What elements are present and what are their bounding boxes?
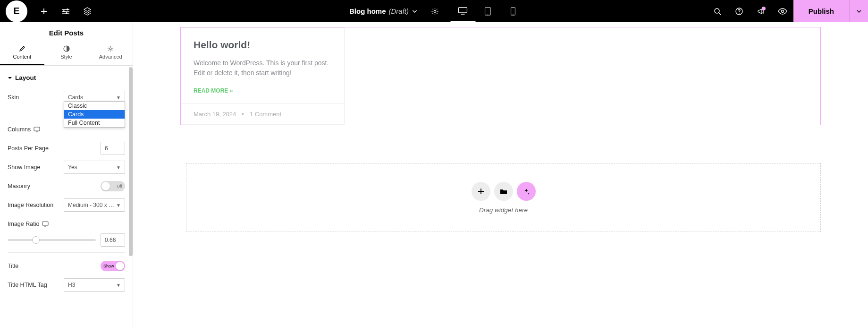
add-widget-button[interactable]	[472, 182, 490, 201]
chevron-down-icon: ▼	[116, 95, 121, 100]
select-image-resolution[interactable]: Medium - 300 x 300 ▼	[64, 198, 125, 212]
structure-button[interactable]	[76, 0, 98, 22]
sparkle-icon	[522, 188, 530, 195]
slider-thumb[interactable]	[32, 236, 40, 244]
label-columns: Columns	[8, 126, 40, 133]
svg-rect-16	[42, 222, 48, 225]
svg-point-12	[781, 10, 784, 12]
read-more-link[interactable]: READ MORE »	[194, 87, 332, 94]
device-desktop[interactable]	[450, 0, 475, 22]
dropdown-skin-options: Classic Cards Full Content	[64, 101, 125, 128]
separator	[8, 252, 125, 253]
svg-point-11	[739, 13, 740, 14]
input-image-ratio[interactable]	[101, 233, 125, 247]
control-show-image: Show Image Yes ▼	[8, 158, 125, 177]
input-posts-per-page[interactable]	[101, 142, 125, 155]
control-title-html-tag: Title HTML Tag H3 ▼	[8, 275, 125, 294]
chevron-down-icon	[412, 9, 417, 14]
toggle-title[interactable]: Show	[101, 261, 125, 271]
whats-new-button[interactable]	[750, 0, 772, 22]
post-meta: March 19, 2024 • 1 Comment	[181, 103, 344, 124]
select-show-image[interactable]: Yes ▼	[64, 161, 125, 174]
option-cards[interactable]: Cards	[64, 110, 125, 119]
topbar-center: Blog home (Draft)	[343, 0, 525, 22]
label-skin: Skin	[8, 94, 19, 101]
publish-button[interactable]: Publish	[793, 0, 849, 22]
drop-action-icons	[472, 182, 536, 201]
section-layout-header[interactable]: Layout	[0, 66, 133, 88]
toggle-knob	[101, 182, 110, 190]
svg-rect-4	[459, 8, 467, 13]
toggle-masonry[interactable]: Off	[101, 181, 125, 191]
option-full-content[interactable]: Full Content	[64, 119, 125, 127]
help-button[interactable]	[728, 0, 750, 22]
document-status: (Draft)	[389, 7, 409, 15]
topbar-right: Publish	[707, 0, 868, 22]
elementor-logo[interactable]: E	[6, 0, 27, 22]
post-excerpt: Welcome to WordPress. This is your first…	[194, 58, 332, 78]
device-tablet[interactable]	[475, 0, 500, 22]
scrollbar-thumb[interactable]	[129, 67, 133, 256]
posts-widget[interactable]: Hello world! Welcome to WordPress. This …	[180, 27, 821, 125]
control-skin: Skin Cards ▼ Classic Cards Full Content	[8, 88, 125, 107]
svg-point-2	[66, 12, 67, 14]
chevron-down-icon: ▼	[116, 203, 121, 208]
tab-style[interactable]: Style	[44, 42, 89, 65]
post-title[interactable]: Hello world!	[194, 39, 332, 51]
control-title: Title Show	[8, 257, 125, 275]
toggle-knob	[116, 262, 124, 270]
desktop-icon	[34, 127, 40, 132]
desktop-icon	[42, 221, 49, 227]
svg-point-8	[513, 14, 514, 15]
drop-widget-area[interactable]: Drag widget here	[186, 163, 821, 232]
svg-point-14	[110, 48, 111, 50]
page-settings-button[interactable]	[424, 0, 446, 22]
svg-point-9	[715, 9, 719, 13]
add-element-button[interactable]	[33, 0, 55, 22]
pencil-icon	[19, 45, 25, 52]
document-title-dropdown[interactable]: Blog home (Draft)	[343, 0, 424, 22]
slider-image-ratio[interactable]	[8, 239, 96, 241]
document-name: Blog home	[349, 7, 386, 15]
chevron-down-icon: ▼	[116, 283, 121, 288]
select-title-html-tag[interactable]: H3 ▼	[64, 278, 125, 292]
finder-search-button[interactable]	[707, 0, 728, 22]
tab-content[interactable]: Content	[0, 42, 44, 65]
publish-options-dropdown[interactable]	[849, 0, 868, 22]
style-icon	[63, 45, 70, 52]
label-posts-per-page: Posts Per Page	[8, 145, 49, 152]
control-masonry: Masonry Off	[8, 177, 125, 196]
post-comments: 1 Comment	[250, 111, 281, 118]
label-masonry: Masonry	[8, 183, 30, 189]
add-template-button[interactable]	[494, 182, 513, 201]
layout-controls: Skin Cards ▼ Classic Cards Full Content …	[0, 88, 133, 294]
folder-icon	[500, 188, 507, 195]
topbar-left: E	[0, 0, 98, 22]
control-image-ratio-label: Image Ratio	[8, 215, 125, 233]
preview-button[interactable]	[772, 0, 793, 22]
panel-tabs: Content Style Advanced	[0, 42, 133, 66]
site-settings-button[interactable]	[55, 0, 76, 22]
editor-panel: Edit Posts Content Style Advanced Layout…	[0, 22, 133, 327]
panel-scrollbar[interactable]	[129, 67, 133, 327]
label-image-ratio: Image Ratio	[8, 221, 49, 227]
svg-point-6	[488, 14, 489, 15]
panel-title: Edit Posts	[0, 22, 133, 42]
gear-icon	[107, 45, 114, 52]
responsive-device-tabs	[450, 0, 525, 22]
svg-point-1	[63, 10, 65, 12]
tab-advanced[interactable]: Advanced	[88, 42, 133, 65]
label-image-resolution: Image Resolution	[8, 202, 53, 208]
editor-canvas: Hello world! Welcome to WordPress. This …	[133, 22, 868, 327]
svg-rect-15	[34, 127, 40, 131]
svg-point-0	[67, 9, 68, 10]
label-title-html-tag: Title HTML Tag	[8, 282, 47, 288]
option-classic[interactable]: Classic	[64, 102, 125, 110]
post-date: March 19, 2024	[194, 111, 236, 118]
control-posts-per-page: Posts Per Page	[8, 139, 125, 158]
top-bar: E Blog home (Draft)	[0, 0, 868, 22]
control-image-resolution: Image Resolution Medium - 300 x 300 ▼	[8, 196, 125, 215]
device-mobile[interactable]	[500, 0, 525, 22]
ai-button[interactable]	[517, 182, 536, 201]
meta-separator: •	[242, 111, 244, 118]
